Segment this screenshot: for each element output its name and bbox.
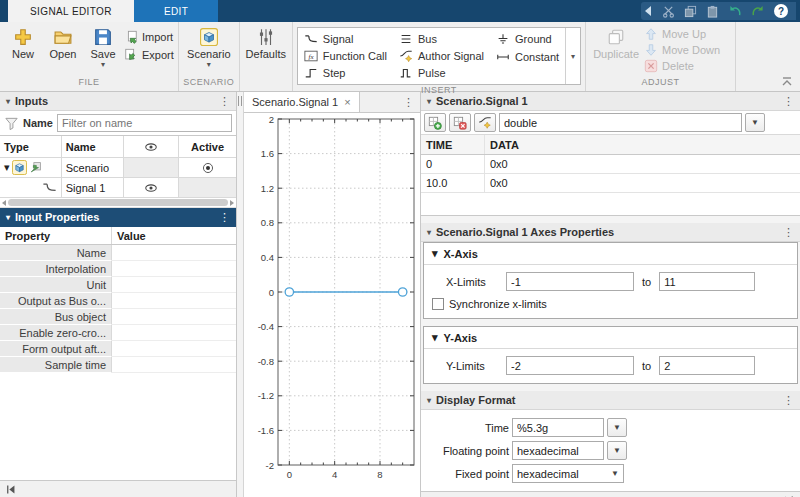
svg-text:-1.2: -1.2 (258, 390, 274, 401)
collapse-caret-icon[interactable]: ▾ (427, 396, 431, 405)
panel-menu-icon[interactable]: ⋮ (783, 226, 794, 239)
property-row[interactable]: Unit (0, 277, 236, 293)
signal-visibility-toggle[interactable] (124, 178, 179, 197)
skip-to-start-icon[interactable] (5, 484, 16, 495)
scroll-right-icon[interactable] (230, 200, 234, 206)
inputs-horizontal-scrollbar[interactable] (0, 198, 236, 208)
delete-row-button[interactable] (449, 113, 471, 132)
insert-bus-item[interactable]: Bus (399, 32, 484, 46)
table-row[interactable]: 10.0 0x0 (421, 174, 800, 193)
new-button[interactable]: New (4, 24, 42, 60)
gallery-dropdown-button[interactable]: ▾ (565, 28, 580, 84)
svg-text:-0.4: -0.4 (258, 321, 274, 332)
y-limit-min-input[interactable] (506, 356, 634, 375)
x-axis-section-header[interactable]: ▾ X-Axis (424, 243, 797, 265)
data-type-dropdown-button[interactable]: ▼ (745, 113, 765, 132)
panel-menu-icon[interactable]: ⋮ (783, 95, 794, 108)
insert-author-signal-item[interactable]: Author Signal (399, 49, 484, 63)
scenario-button[interactable]: Scenario ▾ (183, 24, 235, 68)
expand-caret-icon[interactable]: ▾ (4, 161, 10, 174)
collapse-ribbon-icon[interactable] (782, 77, 792, 88)
adjust-group: Duplicate Move Up Move Down Delete (586, 22, 736, 91)
tab-signal-editor[interactable]: SIGNAL EDITOR (8, 0, 134, 22)
panel-menu-icon[interactable]: ⋮ (219, 95, 230, 108)
svg-text:1.6: 1.6 (261, 148, 274, 159)
table-row[interactable]: 0 0x0 (421, 155, 800, 174)
redo-icon[interactable] (751, 5, 765, 18)
right-bottom-scrollbar[interactable] (421, 492, 800, 497)
property-row[interactable]: Name (0, 245, 236, 261)
scenario-active-radio[interactable] (179, 158, 236, 177)
y-limit-max-input[interactable] (659, 356, 755, 375)
x-limit-min-input[interactable] (506, 272, 634, 291)
export-button[interactable]: Export (124, 48, 174, 62)
property-row[interactable]: Output as Bus o... (0, 293, 236, 309)
signal-active-cell[interactable] (179, 178, 236, 197)
floating-point-dropdown-button[interactable]: ▼ (607, 441, 627, 460)
filter-name-label: Name (23, 117, 53, 129)
fixed-point-format-combo[interactable]: hexadecimal ▼ (512, 464, 624, 483)
scrollbar-thumb[interactable] (8, 199, 228, 206)
panel-menu-icon[interactable]: ⋮ (783, 394, 794, 407)
data-type-input[interactable] (499, 113, 742, 132)
pulse-icon (399, 66, 413, 80)
insert-step-item[interactable]: Step (304, 66, 387, 80)
author-signal-button[interactable] (474, 113, 496, 132)
tab-scenario-signal-1[interactable]: Scenario.Signal 1 × (244, 92, 360, 112)
x-limits-label: X-Limits (446, 276, 498, 288)
save-button[interactable]: Save ▾ (84, 24, 122, 68)
synchronize-x-limits-checkbox[interactable] (432, 298, 444, 310)
import-button[interactable]: Import (124, 30, 174, 44)
signal-panel-title: Scenario.Signal 1 (436, 95, 528, 107)
copy-icon[interactable] (684, 5, 697, 18)
table-row-signal-1[interactable]: Signal 1 (0, 178, 236, 198)
property-row[interactable]: Form output aft... (0, 341, 236, 357)
y-axis-section-header[interactable]: ▾ Y-Axis (424, 327, 797, 349)
close-icon[interactable]: × (344, 96, 350, 108)
scenario-visibility-cell[interactable] (124, 158, 179, 177)
property-row[interactable]: Bus object (0, 309, 236, 325)
insert-ground-item[interactable]: Ground (496, 32, 559, 46)
panel-splitter[interactable] (237, 92, 244, 497)
filter-input[interactable] (57, 114, 232, 132)
x-limit-max-input[interactable] (659, 272, 755, 291)
chevron-left-icon[interactable] (645, 6, 651, 16)
collapse-caret-icon: ▾ (432, 247, 438, 260)
property-row[interactable]: Interpolation (0, 261, 236, 277)
left-bottom-scrollbar[interactable] (0, 481, 236, 497)
undo-icon[interactable] (728, 5, 742, 18)
delete-button[interactable]: Delete (644, 59, 720, 73)
insert-function-call-item[interactable]: fx Function Call (304, 49, 387, 63)
chart-tabbar: Scenario.Signal 1 × ⋮ (244, 92, 420, 113)
arrow-up-icon (644, 27, 658, 41)
panel-menu-icon[interactable]: ⋮ (219, 211, 230, 224)
insert-pulse-item[interactable]: Pulse (399, 66, 484, 80)
time-format-dropdown-button[interactable]: ▼ (607, 418, 627, 437)
tab-edit[interactable]: EDIT (134, 0, 218, 22)
property-row[interactable]: Sample time (0, 357, 236, 373)
insert-signal-item[interactable]: Signal (304, 32, 387, 46)
x-axis-section: ▾ X-Axis X-Limits to Synchronize x-limit… (423, 242, 798, 319)
move-up-button[interactable]: Move Up (644, 27, 720, 41)
tab-menu-icon[interactable]: ⋮ (397, 92, 420, 112)
collapse-caret-icon[interactable]: ▾ (427, 97, 431, 106)
signal-plot[interactable]: 21.61.20.80.40-0.4-0.8-1.2-1.6-2048 (244, 113, 420, 496)
collapse-caret-icon[interactable]: ▾ (6, 213, 10, 222)
move-down-button[interactable]: Move Down (644, 43, 720, 57)
cut-icon[interactable] (662, 5, 675, 18)
insert-constant-item[interactable]: Constant (496, 50, 559, 64)
duplicate-button[interactable]: Duplicate (590, 24, 642, 60)
defaults-button[interactable]: Defaults (244, 24, 288, 60)
help-icon[interactable]: ? (774, 4, 788, 18)
table-row-scenario[interactable]: ▾ Scenario (0, 158, 236, 178)
collapse-caret-icon[interactable]: ▾ (6, 97, 10, 106)
time-format-input[interactable] (512, 418, 604, 437)
scroll-left-icon[interactable] (2, 200, 6, 206)
paste-icon[interactable] (706, 5, 719, 18)
collapse-caret-icon[interactable]: ▾ (427, 228, 431, 237)
floating-point-format-input[interactable] (512, 441, 604, 460)
add-row-button[interactable] (424, 113, 446, 132)
open-button[interactable]: Open (44, 24, 82, 60)
property-row[interactable]: Enable zero-cro... (0, 325, 236, 341)
to-label: to (642, 276, 651, 288)
